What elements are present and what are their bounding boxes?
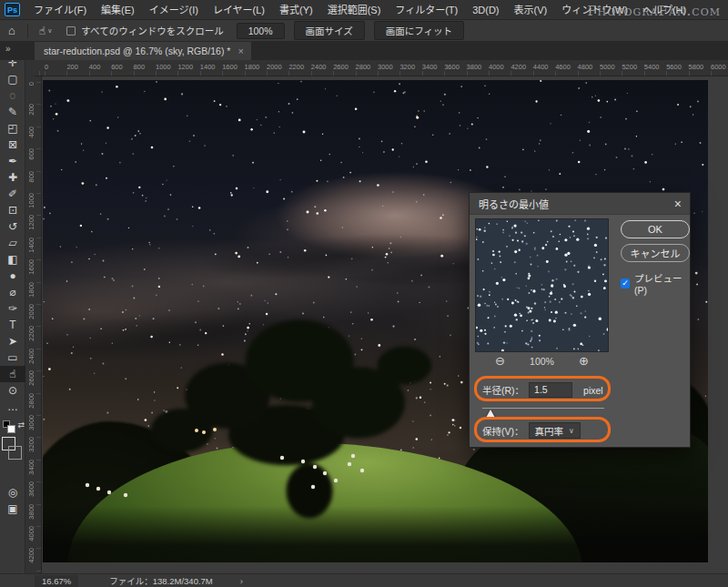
pen-tool-icon[interactable]: ✑ (0, 300, 25, 317)
h-ruler-tick: 4600 (555, 63, 571, 71)
clone-stamp-tool-icon[interactable]: ⊡ (0, 202, 25, 218)
radius-input[interactable]: 1.5 (529, 382, 572, 398)
h-ruler-tick: 5800 (689, 63, 704, 71)
v-ruler-tick: 400 (27, 127, 35, 138)
menu-item[interactable]: レイヤー(L) (206, 0, 272, 20)
radius-slider-track[interactable] (482, 408, 604, 409)
preserve-label: 保持(V)： (482, 424, 524, 438)
h-ruler-tick: 4400 (533, 63, 549, 71)
background-color-swatch[interactable] (8, 446, 22, 460)
quick-mask-button[interactable]: ◎ (0, 484, 25, 501)
status-file-info: ファイル：138.2M/340.7M (109, 574, 213, 587)
h-ruler-tick: 2400 (311, 63, 327, 71)
menu-item[interactable]: 選択範囲(S) (320, 0, 389, 20)
quick-selection-tool-icon[interactable]: ✎ (0, 104, 25, 120)
h-ruler-tick: 3600 (444, 63, 460, 71)
blur-tool-icon[interactable]: ● (0, 268, 25, 284)
menu-item[interactable]: 書式(Y) (272, 0, 320, 20)
h-ruler-tick: 0 (45, 63, 48, 71)
edit-toolbar-tool-icon[interactable]: … (0, 399, 25, 415)
radius-row: 半径(R)： 1.5 pixel (482, 382, 603, 398)
radius-label: 半径(R)： (482, 383, 524, 397)
menu-item[interactable]: 編集(E) (94, 0, 142, 20)
h-ruler-tick: 1200 (177, 63, 193, 71)
v-ruler-tick: 2000 (27, 304, 35, 319)
scroll-all-windows-checkbox[interactable] (66, 26, 76, 35)
h-ruler-tick: 5400 (644, 63, 660, 71)
preview-zoom-controls: ⊖ 100% ⊕ (475, 354, 609, 368)
h-ruler-tick: 800 (134, 63, 146, 71)
history-brush-tool-icon[interactable]: ↺ (0, 218, 25, 235)
hand-tool-icon[interactable]: ☝ (0, 366, 25, 382)
fit-screen-button[interactable]: 画面サイズ (294, 21, 365, 40)
v-ruler-tick: 2600 (27, 370, 35, 386)
menu-item[interactable]: イメージ(I) (142, 0, 206, 20)
type-tool-icon[interactable]: T (0, 317, 25, 333)
h-ruler-tick: 4000 (489, 63, 504, 71)
photoshop-logo: Ps (5, 3, 20, 16)
menu-item[interactable]: 表示(V) (507, 0, 555, 20)
path-selection-tool-icon[interactable]: ➤ (0, 333, 25, 349)
h-ruler-tick: 3400 (422, 63, 438, 71)
gradient-tool-icon[interactable]: ◧ (0, 251, 25, 268)
ok-button[interactable]: OK (621, 220, 690, 238)
dialog-close-icon[interactable]: × (674, 197, 690, 211)
frame-tool-icon[interactable]: ⊠ (0, 137, 25, 153)
marquee-tool-icon[interactable]: ▢ (0, 71, 25, 87)
v-ruler-tick: 1400 (27, 238, 35, 253)
h-ruler-tick: 2000 (267, 63, 282, 71)
options-bar: ⌂ ☝ ∨ すべてのウィンドウをスクロール 100% 画面サイズ 画面にフィット (0, 20, 728, 42)
h-ruler-tick: 1000 (156, 63, 171, 71)
v-ruler-tick: 200 (27, 104, 35, 116)
preview-checkbox[interactable]: ✓ (621, 278, 630, 288)
hand-tool-icon: ☝ (32, 25, 47, 37)
h-ruler-tick: 400 (89, 63, 101, 71)
shape-tool-icon[interactable]: ▭ (0, 349, 25, 366)
h-ruler: 0200400600800100012001400160018002000220… (35, 60, 728, 76)
toolbar-collapse-icon[interactable]: » (5, 44, 11, 54)
filter-preview[interactable] (475, 218, 609, 352)
v-ruler-tick: 4200 (27, 548, 35, 563)
zoom-out-icon[interactable]: ⊖ (495, 354, 505, 368)
zoom-100-button[interactable]: 100% (237, 23, 285, 39)
toolbar: ✛▢◌✎◰⊠✒✚✐⊡↺▱◧●⌀✑T➤▭☝⊙… ⇄ ◎ ▣ (0, 55, 25, 573)
preserve-dropdown[interactable]: 真円率 ∨ (529, 422, 581, 439)
brush-tool-icon[interactable]: ✐ (0, 186, 25, 202)
spot-healing-tool-icon[interactable]: ✚ (0, 169, 25, 186)
h-ruler-tick: 3800 (467, 63, 482, 71)
close-tab-icon[interactable]: × (238, 46, 243, 56)
crop-tool-icon[interactable]: ◰ (0, 120, 25, 137)
v-ruler-tick: 1200 (27, 215, 35, 230)
menu-item[interactable]: 3D(D) (465, 0, 506, 20)
radius-slider-thumb[interactable] (486, 410, 495, 418)
h-ruler-tick: 5000 (600, 63, 615, 71)
status-expand-icon[interactable]: › (240, 576, 243, 586)
status-zoom-input[interactable]: 16.67% (35, 575, 78, 587)
swap-colors-icon[interactable]: ⇄ (17, 420, 25, 430)
foreground-shadow (43, 506, 708, 562)
tab-bar: » star-reduction.psd @ 16.7% (sky, RGB/1… (0, 42, 728, 60)
menu-item[interactable]: フィルター(T) (388, 0, 465, 20)
chevron-down-icon[interactable]: ∨ (47, 27, 52, 35)
v-ruler-tick: 3400 (27, 460, 35, 475)
minimum-filter-dialog: 明るさの最小値 × ⊖ 100% ⊕ OK キャンセル ✓ プレビュー(P) 半… (469, 192, 691, 448)
tree-silhouette (129, 291, 457, 523)
cancel-button[interactable]: キャンセル (621, 244, 690, 262)
dropdown-chevron-icon: ∨ (569, 427, 574, 435)
preserve-dropdown-value: 真円率 (535, 424, 564, 438)
eraser-tool-icon[interactable]: ▱ (0, 235, 25, 251)
dodge-tool-icon[interactable]: ⌀ (0, 284, 25, 300)
v-ruler-tick: 1600 (27, 259, 35, 275)
lasso-tool-icon[interactable]: ◌ (0, 87, 25, 104)
v-ruler-tick: 600 (27, 148, 35, 160)
zoom-in-icon[interactable]: ⊕ (579, 354, 589, 368)
zoom-tool-icon[interactable]: ⊙ (0, 382, 25, 399)
menu-item[interactable]: ファイル(F) (26, 0, 94, 20)
screen-mode-button[interactable]: ▣ (0, 501, 25, 517)
default-colors-icon[interactable] (3, 420, 10, 428)
home-icon[interactable]: ⌂ (0, 24, 24, 37)
dialog-title-bar[interactable]: 明るさの最小値 × (470, 193, 690, 215)
fill-screen-button[interactable]: 画面にフィット (374, 21, 464, 40)
eyedropper-tool-icon[interactable]: ✒ (0, 153, 25, 169)
document-tab[interactable]: star-reduction.psd @ 16.7% (sky, RGB/16)… (35, 42, 251, 60)
